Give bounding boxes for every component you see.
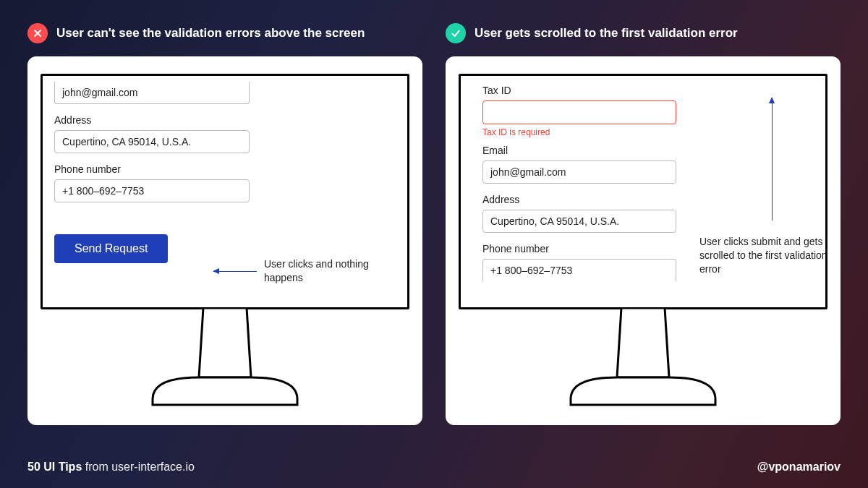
monitor-stand-icon [459, 309, 827, 411]
left-card: john@gmail.com Address Cupertino, CA 950… [27, 56, 422, 425]
left-heading: User can't see the validation errors abo… [56, 26, 365, 40]
check-icon [446, 23, 466, 43]
email-field[interactable]: john@gmail.com [482, 160, 676, 184]
footer: 50 UI Tips from user-interface.io @vpona… [0, 461, 868, 488]
left-screen: john@gmail.com Address Cupertino, CA 950… [41, 74, 409, 309]
email-label: Email [482, 145, 676, 156]
taxid-error: Tax ID is required [482, 127, 676, 137]
arrow-left-icon [213, 271, 257, 272]
right-card: Tax ID Tax ID is required Email john@gma… [446, 56, 841, 425]
phone-label-r: Phone number [482, 243, 676, 254]
email-field[interactable]: john@gmail.com [54, 82, 250, 104]
arrow-up-icon [772, 98, 773, 221]
phone-field[interactable]: +1 800–692–7753 [54, 179, 250, 202]
address-label: Address [54, 114, 250, 126]
monitor-stand-icon [41, 309, 409, 411]
footer-from: from user-interface.io [82, 461, 195, 473]
right-heading: User gets scrolled to the first validati… [475, 26, 738, 40]
send-request-button[interactable]: Send Request [54, 234, 168, 263]
address-field-r[interactable]: Cupertino, CA 95014, U.S.A. [482, 210, 676, 233]
left-annotation: User clicks and nothing happens [264, 257, 387, 285]
taxid-label: Tax ID [482, 85, 676, 96]
footer-brand: 50 UI Tips [27, 461, 82, 473]
right-annotation: User clicks submit and gets scrolled to … [699, 235, 827, 276]
phone-field-r[interactable]: +1 800–692–7753 [482, 259, 676, 281]
right-screen: Tax ID Tax ID is required Email john@gma… [459, 74, 827, 309]
address-label-r: Address [482, 194, 676, 205]
footer-handle: @vponamariov [757, 461, 841, 474]
taxid-field[interactable] [482, 100, 676, 124]
phone-label: Phone number [54, 163, 250, 175]
address-field[interactable]: Cupertino, CA 95014, U.S.A. [54, 130, 250, 153]
cross-icon [27, 23, 48, 43]
